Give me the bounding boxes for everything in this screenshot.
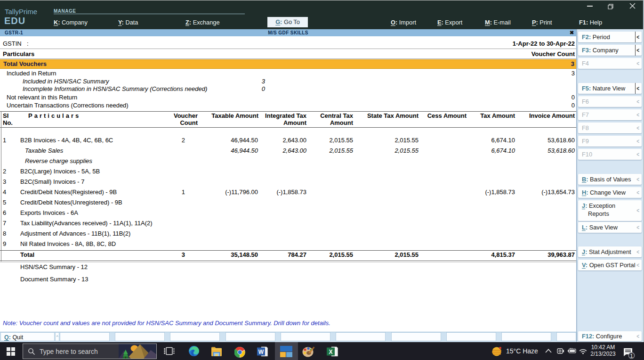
svg-text:X: X bbox=[329, 349, 332, 355]
svg-text:1: 1 bbox=[630, 353, 633, 359]
svg-text:W: W bbox=[258, 349, 264, 355]
